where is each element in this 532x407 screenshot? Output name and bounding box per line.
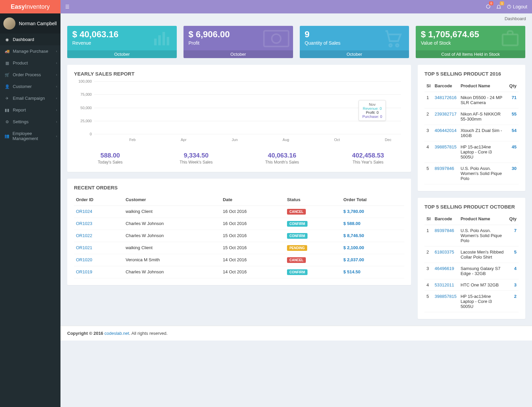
top5-year-table: Sl Barcode Product Name Qty 1348172616Ni… <box>424 80 519 184</box>
cell-status: CONFIRM <box>285 230 341 242</box>
cell-status: CANCEL <box>285 206 341 218</box>
stat-value: 9,334.50 <box>153 152 239 159</box>
cell-total: $ 8,746.50 <box>341 230 404 242</box>
menu-toggle-icon[interactable]: ☰ <box>65 4 70 9</box>
brand-light: Inventory <box>25 3 50 10</box>
nav-icon: 👤 <box>4 84 10 89</box>
stat-value: 40,063.16 <box>239 152 325 159</box>
sidebar-item-dashboard[interactable]: ◉Dashboard <box>0 34 60 45</box>
topbar: ☰ 0 1 Logout <box>60 0 532 13</box>
sidebar-item-email-campaign[interactable]: ✈Email Campaign‹ <box>0 92 60 104</box>
card-revenue[interactable]: $ 40,063.16 Revenue October <box>67 26 177 58</box>
cell-sl: 1 <box>424 92 433 108</box>
cell-sl: 3 <box>424 263 433 279</box>
bell-icon[interactable]: 1 <box>496 4 501 9</box>
card-profit[interactable]: $ 6,906.00 Profit October <box>183 26 293 58</box>
cell-customer: walking Client <box>124 242 221 254</box>
money-icon <box>263 29 290 49</box>
cell-name: Lacoste Men's Ribbed Collar Polo Shirt <box>458 246 507 263</box>
th-name: Product Name <box>458 80 507 92</box>
cell-total: $ 588.00 <box>341 218 404 230</box>
card-stock[interactable]: $ 1,705,674.65 Value of Stock Cost of Al… <box>416 26 525 58</box>
nav-label: Report <box>13 107 26 112</box>
stat-value: 402,458.53 <box>325 152 411 159</box>
table-row: 261803375Lacoste Men's Ribbed Collar Pol… <box>424 246 519 263</box>
chat-icon[interactable]: 0 <box>485 4 491 9</box>
nav-list: ◉Dashboard🚚Manage Purchase‹▦Product‹🛒Ord… <box>0 34 60 144</box>
cell-sl: 4 <box>424 279 433 291</box>
nav-label: Email Campaign <box>13 96 45 101</box>
sidebar-item-employee-management[interactable]: 👥Employee Management‹ <box>0 128 60 144</box>
table-row: 1348172616Nikon D5500 - 24 MP SLR Camera… <box>424 92 519 108</box>
x-tick: Apr <box>171 138 196 142</box>
th-status: Status <box>285 194 341 206</box>
cell-customer: Charles W Johnson <box>124 218 221 230</box>
tooltip-revenue: Revenue: 0 <box>362 106 382 110</box>
top5-month-table: Sl Barcode Product Name Qty 189397846U.S… <box>424 213 519 312</box>
breadcrumb: Dashboard <box>60 13 532 24</box>
cell-order-id[interactable]: OR1023 <box>74 218 124 230</box>
footer-link[interactable]: codeslab.net <box>105 331 129 336</box>
recent-orders-table: Order ID Customer Date Status Order Tota… <box>74 194 404 278</box>
cell-barcode[interactable]: 398857815 <box>433 141 458 163</box>
cell-order-id[interactable]: OR1022 <box>74 230 124 242</box>
x-tick <box>196 138 222 142</box>
cell-barcode[interactable]: 89397846 <box>433 163 458 184</box>
nav-label: Order Process <box>13 72 41 77</box>
cell-barcode[interactable]: 89397846 <box>433 225 458 246</box>
cell-order-id[interactable]: OR1020 <box>74 254 124 266</box>
card-foot: October <box>300 50 409 58</box>
sidebar-item-report[interactable]: ▮▮Report‹ <box>0 104 60 116</box>
x-tick: Feb <box>120 138 145 142</box>
cell-barcode[interactable]: 46496619 <box>433 263 458 279</box>
stat-label: This Year's Sales <box>325 160 411 165</box>
status-badge: CANCEL <box>287 209 306 215</box>
sidebar-item-product[interactable]: ▦Product‹ <box>0 57 60 69</box>
th-sl: Sl <box>424 213 433 225</box>
cell-order-id[interactable]: OR1019 <box>74 266 124 278</box>
cell-sl: 4 <box>424 141 433 163</box>
panel-title: YEARLY SALES REPORT <box>67 65 411 80</box>
cell-barcode[interactable]: 239382717 <box>433 108 458 125</box>
y-tick: 75,000 <box>76 92 92 96</box>
yearly-sales-panel: YEARLY SALES REPORT 025,00050,00075,0001… <box>67 65 411 172</box>
cell-sl: 1 <box>424 225 433 246</box>
logout-button[interactable]: Logout <box>507 4 527 9</box>
x-tick: Aug <box>273 138 299 142</box>
cell-qty: 54 <box>507 125 519 141</box>
sidebar-item-customer[interactable]: 👤Customer‹ <box>0 81 60 92</box>
cell-barcode[interactable]: 61803375 <box>433 246 458 263</box>
x-tick <box>247 138 273 142</box>
cell-barcode[interactable]: 398857815 <box>433 291 458 312</box>
x-tick <box>350 138 375 142</box>
sales-stats: 588.00Today's Sales9,334.50This Week's S… <box>67 149 411 172</box>
cell-barcode[interactable]: 53312011 <box>433 279 458 291</box>
sidebar-item-manage-purchase[interactable]: 🚚Manage Purchase‹ <box>0 45 60 57</box>
status-badge: PENDING <box>287 245 307 251</box>
sidebar-item-order-process[interactable]: 🛒Order Process‹ <box>0 69 60 81</box>
nav-label: Settings <box>13 119 29 124</box>
footer-rest: . All rights reserved. <box>129 331 167 336</box>
svg-point-6 <box>272 34 281 43</box>
cell-status: CONFIRM <box>285 266 341 278</box>
sidebar-item-settings[interactable]: ⚙Settings‹ <box>0 116 60 128</box>
cell-name: U.S. Polo Assn. Women's Solid Pique Polo <box>458 225 507 246</box>
table-row: 5398857815HP 15-ac134ne Laptop - Core i3… <box>424 291 519 312</box>
cell-customer: Charles W Johnson <box>124 230 221 242</box>
cell-order-id[interactable]: OR1021 <box>74 242 124 254</box>
recent-orders-panel: RECENT ORDERS Order ID Customer Date Sta… <box>67 179 411 285</box>
cell-order-id[interactable]: OR1024 <box>74 206 124 218</box>
cell-sl: 3 <box>424 125 433 141</box>
card-foot: October <box>183 50 293 58</box>
th-qty: Qty <box>507 80 519 92</box>
nav-label: Customer <box>13 84 32 89</box>
x-tick <box>299 138 324 142</box>
avatar[interactable] <box>3 17 15 30</box>
cell-total: $ 514.50 <box>341 266 404 278</box>
cell-barcode[interactable]: 406442014 <box>433 125 458 141</box>
cell-barcode[interactable]: 348172616 <box>433 92 458 108</box>
chevron-left-icon: ‹ <box>56 61 57 65</box>
card-quantity[interactable]: 9 Quantity of Sales October <box>300 26 409 58</box>
table-row: 189397846U.S. Polo Assn. Women's Solid P… <box>424 225 519 246</box>
brand-logo[interactable]: EasyInventory <box>0 0 60 13</box>
